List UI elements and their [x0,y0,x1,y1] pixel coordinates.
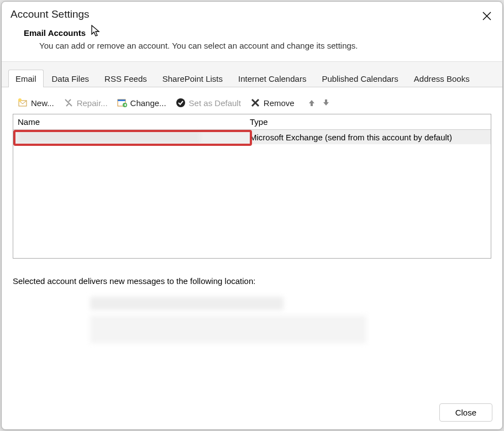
svg-rect-5 [118,99,125,101]
toolbar: New... Repair... [13,94,491,114]
subheader: Email Accounts You can add or remove an … [2,23,502,61]
redacted-location-1 [90,297,284,310]
col-header-type[interactable]: Type [248,117,491,127]
table-row[interactable]: Microsoft Exchange (send from this accou… [13,130,491,144]
subheader-desc: You can add or remove an account. You ca… [24,41,480,50]
cell-name [13,131,248,143]
set-default-label: Set as Default [189,98,241,108]
change-button[interactable]: Change... [117,97,166,108]
redacted-location-2 [90,316,366,343]
tabs: Email Data Files RSS Feeds SharePoint Li… [2,62,502,87]
tab-panel-email: New... Repair... [2,87,502,343]
col-header-name[interactable]: Name [13,117,248,127]
close-icon-button[interactable] [480,9,494,23]
tab-sharepoint-lists[interactable]: SharePoint Lists [155,70,230,87]
accounts-grid: Name Type Microsoft Exchange (send from … [13,114,491,259]
close-icon [482,12,491,20]
subheader-title: Email Accounts [24,28,480,38]
dialog-title: Account Settings [11,8,494,20]
remove-label: Remove [264,98,295,108]
tab-published-calendars[interactable]: Published Calendars [314,70,405,87]
repair-label: Repair... [77,98,108,108]
move-arrows [307,98,331,108]
set-default-button[interactable]: Set as Default [175,97,241,108]
new-icon [17,97,28,108]
move-up-icon[interactable] [307,98,317,108]
change-label: Change... [130,98,166,108]
svg-point-7 [176,98,185,107]
move-down-icon[interactable] [321,98,331,108]
tabs-container: Email Data Files RSS Feeds SharePoint Li… [2,62,502,343]
remove-icon [250,97,261,108]
cell-type: Microsoft Exchange (send from this accou… [248,133,491,142]
new-button[interactable]: New... [17,97,54,108]
tab-data-files[interactable]: Data Files [45,70,97,87]
remove-button[interactable]: Remove [250,97,295,108]
grid-header: Name Type [13,114,491,130]
repair-button[interactable]: Repair... [63,97,108,108]
account-settings-dialog: Account Settings Email Accounts You can … [1,1,503,430]
dialog-footer: Close [439,403,492,422]
redacted-name [18,131,200,143]
change-icon [117,97,128,108]
new-label: New... [31,98,54,108]
location-details [90,297,491,343]
tab-email[interactable]: Email [8,70,44,87]
close-button[interactable]: Close [439,403,492,422]
svg-point-3 [18,98,22,102]
tab-rss-feeds[interactable]: RSS Feeds [97,70,154,87]
repair-icon [63,97,74,108]
tab-address-books[interactable]: Address Books [407,70,477,87]
location-label: Selected account delivers new messages t… [13,276,491,286]
tab-internet-calendars[interactable]: Internet Calendars [231,70,313,87]
check-circle-icon [175,97,186,108]
dialog-header: Account Settings [2,2,502,23]
